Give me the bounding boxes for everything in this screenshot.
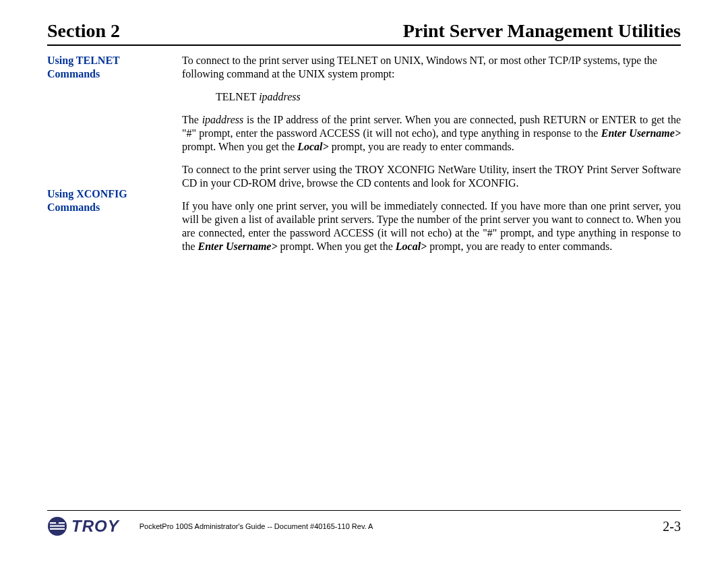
sidebar-heading-line: Commands xyxy=(47,201,100,213)
telnet-command-arg: ipaddress xyxy=(259,91,301,102)
local-prompt: Local> xyxy=(396,241,427,252)
sidebar-heading-xconfig: Using XCONFIG Commands xyxy=(47,187,175,214)
footer-doc-info: PocketPro 100S Administrator's Guide -- … xyxy=(140,522,663,530)
telnet-command-line: TELNET ipaddress xyxy=(216,90,681,104)
troy-logo-icon xyxy=(47,516,67,536)
xconfig-paragraph-2: If you have only one print server, you w… xyxy=(182,199,681,253)
footer-rule xyxy=(47,510,681,511)
sidebar: Using TELNET Commands Using XCONFIG Comm… xyxy=(47,54,182,263)
page-header: Section 2 Print Server Management Utilit… xyxy=(47,20,681,46)
page-number: 2-3 xyxy=(663,519,681,534)
svg-rect-3 xyxy=(50,528,65,530)
telnet-command-static: TELNET xyxy=(216,91,259,102)
xconfig-paragraph-1: To connect to the print server using the… xyxy=(182,163,681,190)
text-run: prompt, you are ready to enter commands. xyxy=(427,241,612,252)
sidebar-heading-telnet: Using TELNET Commands xyxy=(47,54,175,81)
text-run: The xyxy=(182,114,202,125)
text-run: prompt. When you get the xyxy=(278,241,396,252)
enter-username-prompt: Enter Username> xyxy=(198,241,278,252)
troy-logo-text: TROY xyxy=(71,517,119,536)
local-prompt: Local> xyxy=(297,141,328,152)
svg-rect-2 xyxy=(50,525,65,526)
enter-username-prompt: Enter Username> xyxy=(601,127,681,139)
sidebar-heading-line: Using TELNET xyxy=(47,55,120,66)
page: Section 2 Print Server Management Utilit… xyxy=(0,0,728,562)
page-footer: TROY PocketPro 100S Administrator's Guid… xyxy=(47,510,681,536)
telnet-intro-paragraph: To connect to the print server using TEL… xyxy=(182,54,681,81)
section-label: Section 2 xyxy=(47,20,120,42)
text-run: prompt, you are ready to enter commands. xyxy=(329,141,514,152)
ipaddress-term: ipaddress xyxy=(202,114,244,125)
footer-row: TROY PocketPro 100S Administrator's Guid… xyxy=(47,516,681,536)
telnet-details-paragraph: The ipaddress is the IP address of the p… xyxy=(182,113,681,154)
content-column: To connect to the print server using TEL… xyxy=(182,54,681,263)
page-title: Print Server Management Utilities xyxy=(403,20,681,42)
troy-logo: TROY xyxy=(47,516,119,536)
page-body: Using TELNET Commands Using XCONFIG Comm… xyxy=(47,54,681,263)
sidebar-heading-line: Using XCONFIG xyxy=(47,188,127,199)
text-run: prompt. When you get the xyxy=(182,141,297,152)
svg-rect-5 xyxy=(55,518,59,522)
sidebar-heading-line: Commands xyxy=(47,68,100,80)
sidebar-spacer xyxy=(47,85,175,187)
